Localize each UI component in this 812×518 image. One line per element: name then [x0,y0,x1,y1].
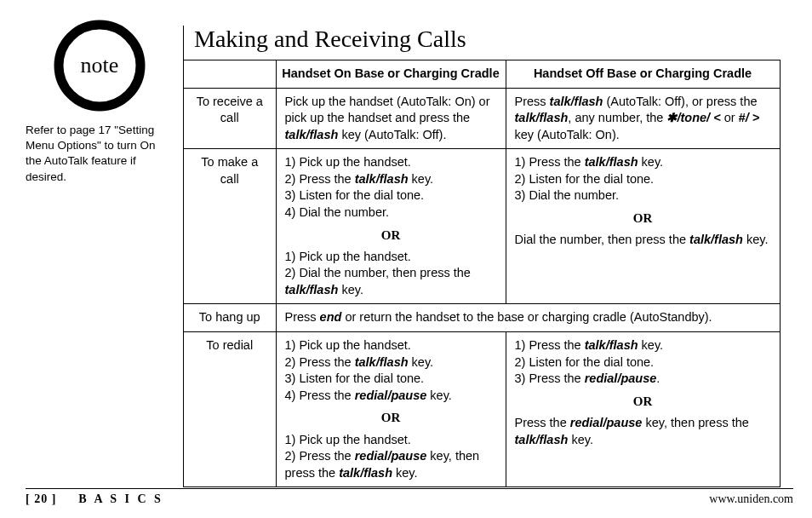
page-footer: [ 20 ] B A S I C S www.uniden.com [26,488,793,506]
note-text: Refer to page 17 "Setting Menu Options" … [26,123,170,185]
make-off-base: 1) Press the talk/flash key.2) Listen fo… [506,149,780,304]
row-label-hangup: To hang up [184,304,276,332]
table-corner [184,60,276,89]
redial-on-seg1: 1) Pick up the handset.2) Press the talk… [285,337,497,404]
row-label-redial: To redial [184,332,276,487]
col-head-off-base: Handset Off Base or Charging Cradle [506,60,780,89]
redial-on-seg2: 1) Pick up the handset.2) Press the redi… [285,432,497,482]
col-head-on-base: Handset On Base or Charging Cradle [276,60,506,89]
sidebar-note: note Refer to page 17 "Setting Menu Opti… [26,19,170,185]
redial-off-base: 1) Press the talk/flash key.2) Listen fo… [506,332,780,487]
hangup-both: Press end or return the handset to the b… [276,304,780,332]
footer-url: www.uniden.com [709,492,793,506]
or-label: OR [515,210,771,227]
row-label-make: To make a call [184,149,276,304]
receive-on-base: Pick up the handset (AutoTalk: On) or pi… [276,88,506,149]
make-off-seg1: 1) Press the talk/flash key.2) Listen fo… [515,154,771,204]
note-icon: note [53,19,146,112]
note-icon-label: note [53,19,146,112]
or-label: OR [285,409,497,426]
or-label: OR [285,227,497,244]
calls-table: Handset On Base or Charging Cradle Hands… [184,60,781,487]
redial-on-base: 1) Pick up the handset.2) Press the talk… [276,332,506,487]
section-label: B A S I C S [78,492,163,505]
row-label-receive: To receive a call [184,88,276,149]
redial-off-seg2: Press the redial/pause key, then press t… [515,415,771,448]
content-column: Making and Receiving Calls Handset On Ba… [183,26,793,487]
make-off-seg2: Dial the number, then press the talk/fla… [515,232,771,249]
make-on-base: 1) Pick up the handset.2) Press the talk… [276,149,506,304]
page-number: [ 20 ] [26,492,56,505]
or-label: OR [515,393,771,410]
page-title: Making and Receiving Calls [194,26,793,53]
footer-left: [ 20 ] B A S I C S [26,492,163,506]
redial-off-seg1: 1) Press the talk/flash key.2) Listen fo… [515,337,771,388]
make-on-seg2: 1) Pick up the handset.2) Dial the numbe… [285,249,497,299]
make-on-seg1: 1) Pick up the handset.2) Press the talk… [285,154,497,221]
receive-off-base: Press talk/flash (AutoTalk: Off), or pre… [506,88,780,149]
